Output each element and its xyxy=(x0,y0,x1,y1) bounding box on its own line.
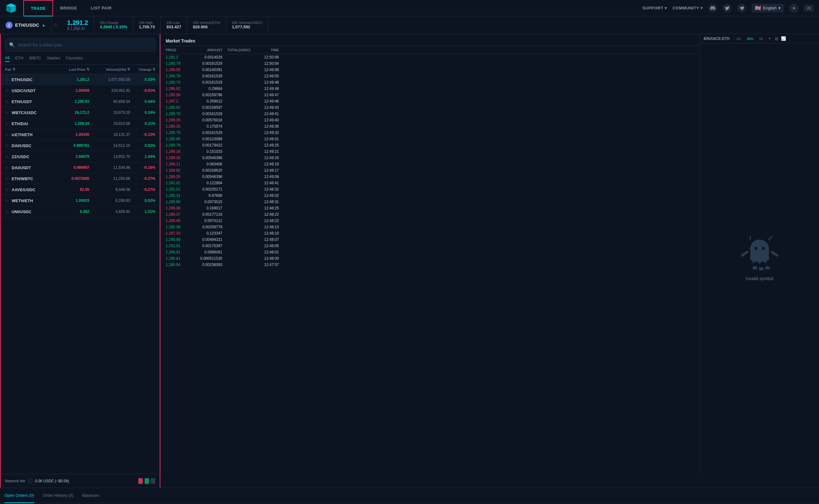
sort-pair-icon[interactable]: ⇅ xyxy=(13,67,15,71)
candle-red-icon xyxy=(138,478,143,484)
token-row[interactable]: ☆ ETH/USDT 1,290.93 60,858.54 0.44% xyxy=(1,96,160,107)
trade-total xyxy=(222,187,251,191)
trade-amount: 0.00546396 xyxy=(191,156,222,160)
star-icon[interactable]: ☆ xyxy=(5,110,9,115)
trade-row: 1,291.01 0.00235171 12:48:32 xyxy=(161,186,700,192)
token-row[interactable]: ☆ WETH/ETH 1.00023 6,268.83 0.02% xyxy=(1,195,160,206)
price-cell: 82.55 xyxy=(52,187,89,192)
star-icon[interactable]: ☆ xyxy=(5,132,9,137)
volume-cell: 218,462.92 xyxy=(89,88,130,93)
star-icon[interactable]: ☆ xyxy=(5,154,9,159)
time-btn-more[interactable]: ▾ xyxy=(767,36,772,41)
token-row[interactable]: ☆ DAI/USDT 0.999997 11,534.98 -0.16% xyxy=(1,162,160,173)
trade-amount: 0.169017 xyxy=(191,206,222,210)
token-row[interactable]: ☆ AAVE/USDC 82.55 8,046.56 -0.27% xyxy=(1,184,160,195)
filter-tab-all[interactable]: All xyxy=(5,55,9,62)
trade-total xyxy=(222,112,251,116)
trade-row: 1,289.08 0.169017 12:48:25 xyxy=(161,205,700,211)
filter-tab-stables[interactable]: Stables xyxy=(47,56,60,62)
token-row[interactable]: ☆ ETH/WBTC 0.0672695 11,250.86 -0.37% xyxy=(1,173,160,184)
token-row[interactable]: ☆ USDC/USDT 1.00009 218,462.92 -0.01% xyxy=(1,85,160,96)
order-tab-balances[interactable]: Balances xyxy=(82,488,99,503)
volume-cell: 19,810.66 xyxy=(89,121,130,126)
trade-amount: 0.0074112 xyxy=(191,219,222,223)
order-tab-history[interactable]: Order History (3) xyxy=(43,488,74,503)
filter-tab-wbtc[interactable]: WBTC xyxy=(29,56,41,62)
trade-total xyxy=(222,174,251,179)
trade-price: 1,291.2 xyxy=(166,55,191,59)
star-icon[interactable]: ☆ xyxy=(5,88,9,93)
chart-line-icon[interactable]: 📈 xyxy=(781,36,786,41)
nav-tab-bridge[interactable]: BRIDGE xyxy=(53,0,84,16)
trades-table-header: PRICE AMOUNT TOTAL(USDC) TIME xyxy=(161,46,700,54)
change-cell: -0.27% xyxy=(130,187,155,192)
star-icon[interactable]: ☆ xyxy=(5,143,9,148)
volume-cell: 11,534.98 xyxy=(89,165,130,170)
time-btn-30m[interactable]: 30m xyxy=(745,36,755,41)
24h-vol-usdc-block: 24h Volume(USDC) 1,077,592 xyxy=(226,16,268,34)
telegram-icon[interactable] xyxy=(737,4,746,13)
trade-amount: 0.122884 xyxy=(191,181,222,185)
sort-vol-icon[interactable]: ⇅ xyxy=(127,67,130,71)
token-row[interactable]: ☆ WBTC/USDC 19,172.2 28,879.20 0.19% xyxy=(1,107,160,118)
fee-info-icon[interactable]: i xyxy=(28,479,32,483)
token-row[interactable]: ☆ ZZ/USDC 3.60679 13,652.70 1.44% xyxy=(1,151,160,162)
chart-bars-icon[interactable]: ▦ xyxy=(775,36,778,41)
logo[interactable] xyxy=(5,2,17,14)
low-label: 24h Low xyxy=(166,21,181,25)
star-icon[interactable]: ☆ xyxy=(5,209,9,214)
trade-row: 1,289.26 0.00546396 12:49:20 xyxy=(161,155,700,161)
trade-price: 1,289.26 xyxy=(166,156,191,160)
star-icon[interactable]: ☆ xyxy=(5,77,9,82)
star-icon[interactable]: ☆ xyxy=(5,187,9,192)
nav-tab-list-pair[interactable]: LIST PAIR xyxy=(84,0,119,16)
pair-favorite-star[interactable]: ☆ xyxy=(52,22,62,29)
theme-icon[interactable]: ☀ xyxy=(789,4,798,13)
token-row[interactable]: ☆ ETH/USDC 1,291.2 1,077,592.00 0.33% xyxy=(1,74,160,85)
token-list: ☆ ETH/USDC 1,291.2 1,077,592.00 0.33% ☆ … xyxy=(1,74,160,474)
trade-row: 1,289.46 0.0074112 12:48:22 xyxy=(161,218,700,224)
trade-price: 1,290.94 xyxy=(166,263,191,267)
star-icon[interactable]: ☆ xyxy=(5,198,9,203)
time-btn-1m[interactable]: 1m xyxy=(735,36,743,41)
trade-time: 12:49:31 xyxy=(251,137,279,141)
star-icon[interactable]: ☆ xyxy=(5,165,9,170)
pair-selector[interactable]: Ξ ETH/USDC ▲ xyxy=(0,16,52,34)
star-icon[interactable]: ☆ xyxy=(5,99,9,104)
discord-icon[interactable] xyxy=(708,4,717,13)
trade-price: 1,290.81 xyxy=(166,256,191,261)
community-btn[interactable]: COMMUNITY ▾ xyxy=(672,6,703,10)
zk-badge[interactable]: zk xyxy=(804,5,814,12)
star-icon[interactable]: ☆ xyxy=(5,176,9,181)
sort-change-icon[interactable]: ⇅ xyxy=(152,67,155,71)
sort-price-icon[interactable]: ⇅ xyxy=(86,67,89,71)
pair-label: ETH/USDC xyxy=(12,77,32,82)
twitter-icon[interactable] xyxy=(723,4,732,13)
pair-label: ETH/WBTC xyxy=(12,176,33,181)
token-row[interactable]: ☆ icETH/ETH 1.00435 19,131.37 -0.12% xyxy=(1,129,160,140)
fee-label: Network fee xyxy=(5,479,25,483)
token-row[interactable]: ☆ UNI/USDC 6.482 4,926.91 1.31% xyxy=(1,206,160,217)
price-cell: 1.00435 xyxy=(52,132,89,137)
star-icon[interactable]: ☆ xyxy=(5,121,9,126)
nav-tab-trade[interactable]: TRADE xyxy=(23,0,53,16)
order-tab-open[interactable]: Open Orders (0) xyxy=(4,488,34,503)
fee-value: 0.06 USDC (~$0.06) xyxy=(35,479,69,483)
token-row[interactable]: ☆ ETH/DAI 1,289.44 19,810.66 0.21% xyxy=(1,118,160,129)
filter-tab-favorites[interactable]: Favorites xyxy=(66,56,83,62)
change-cell: -0.01% xyxy=(130,88,155,93)
search-input[interactable] xyxy=(18,42,151,47)
trade-amount: 0.00236093 xyxy=(191,263,222,267)
filter-tab-eth[interactable]: ETH xyxy=(15,56,23,62)
volume-cell: 28,879.20 xyxy=(89,110,130,115)
language-selector[interactable]: 🇬🇧 English ▾ xyxy=(752,4,784,12)
price-usd: $ 1,288.42 xyxy=(67,26,88,31)
trade-time: 12:50:06 xyxy=(251,55,279,59)
time-btn-1h[interactable]: 1h xyxy=(757,36,764,41)
trade-row: 1,291.01 0.122884 12:48:41 xyxy=(161,180,700,186)
pair-label: ZZ/USDC xyxy=(12,154,29,159)
support-btn[interactable]: SUPPORT ▾ xyxy=(642,6,667,10)
token-row[interactable]: ☆ DAI/USDC 0.999781 14,611.10 0.02% xyxy=(1,140,160,151)
chart-symbol: BINANCE:ETH xyxy=(704,36,730,41)
trade-amount: 0.00123089 xyxy=(191,137,222,141)
